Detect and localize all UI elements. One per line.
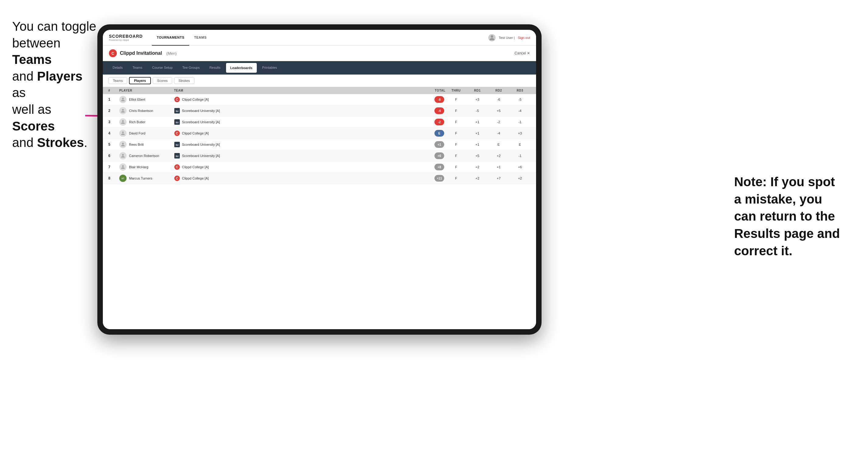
- toggle-teams-button[interactable]: Teams: [108, 77, 127, 84]
- nav-logo: SCOREBOARD Powered by clippd: [109, 34, 143, 41]
- tournament-name: Clippd Invitational: [120, 51, 162, 56]
- svg-point-1: [491, 35, 493, 38]
- nav-links: TOURNAMENTS TEAMS: [152, 30, 488, 45]
- nav-user: Test User | Sign out: [488, 34, 530, 41]
- toggle-strokes-button[interactable]: Strokes: [174, 77, 194, 84]
- rd1: +1: [467, 131, 488, 135]
- team-logo: C: [174, 130, 180, 136]
- total-score: +8: [434, 164, 444, 170]
- nav-link-teams[interactable]: TEAMS: [189, 30, 212, 45]
- row-pos: 1: [108, 97, 119, 102]
- tab-details[interactable]: Details: [108, 62, 128, 74]
- tab-teams[interactable]: Teams: [128, 62, 147, 74]
- col-header-rd2: RD2: [488, 89, 509, 92]
- rd3: +2: [509, 177, 531, 180]
- thru: F: [445, 143, 467, 146]
- svg-text:SU: SU: [176, 144, 179, 146]
- team-name: Scoreboard University [A]: [182, 109, 220, 113]
- tab-printables[interactable]: Printables: [257, 62, 282, 74]
- rd3: -1: [509, 120, 531, 124]
- player-name: Marcus Turners: [129, 177, 152, 180]
- thru: F: [445, 131, 467, 135]
- team-name: Scoreboard University [A]: [182, 154, 220, 158]
- player-cell: Rees Britt: [119, 141, 174, 148]
- tab-leaderboards[interactable]: Leaderboards: [226, 63, 257, 73]
- col-header-total: TOTAL: [418, 89, 445, 92]
- team-name: Scoreboard University [A]: [182, 143, 220, 146]
- team-cell: C Clippd College [A]: [174, 130, 418, 136]
- col-header-rd1: RD1: [467, 89, 488, 92]
- sign-out-link[interactable]: Sign out: [518, 36, 530, 39]
- player-name: Chris Robertson: [129, 109, 153, 113]
- tablet-screen: SCOREBOARD Powered by clippd TOURNAMENTS…: [103, 30, 536, 329]
- player-avatar: [119, 107, 127, 115]
- svg-point-5: [122, 109, 124, 111]
- total-score: E: [434, 130, 444, 136]
- player-avatar: [119, 118, 127, 126]
- player-name: David Ford: [129, 131, 146, 135]
- team-name: Clippd College [A]: [182, 131, 209, 135]
- team-name: Clippd College [A]: [182, 165, 209, 169]
- col-header-rd3: RD3: [509, 89, 531, 92]
- rd2: +5: [488, 109, 509, 113]
- table-row: 3 Rich Butler SU Scoreboard University […: [103, 117, 536, 128]
- svg-point-20: [122, 165, 124, 167]
- thru: F: [445, 109, 467, 113]
- total-score: +6: [434, 152, 444, 159]
- rd2: -2: [488, 120, 509, 124]
- svg-text:SU: SU: [176, 121, 179, 124]
- row-pos: 3: [108, 120, 119, 124]
- row-pos: 4: [108, 131, 119, 135]
- toggle-row: Teams Players Scores Strokes: [103, 74, 536, 87]
- thru: F: [445, 98, 467, 101]
- logo-sub: Powered by clippd: [109, 39, 143, 41]
- team-logo: SU: [174, 108, 180, 114]
- player-avatar: [119, 130, 127, 137]
- table-header: # PLAYER TEAM TOTAL THRU RD1 RD2 RD3: [103, 87, 536, 94]
- logo-title: SCOREBOARD: [109, 34, 143, 39]
- rd1: +1: [467, 120, 488, 124]
- rd1: +2: [467, 177, 488, 180]
- player-cell: MT Marcus Turners: [119, 175, 174, 182]
- rd2: -6: [488, 98, 509, 101]
- tab-tee-groups[interactable]: Tee Groups: [177, 62, 205, 74]
- team-cell: SU Scoreboard University [A]: [174, 119, 418, 125]
- svg-point-8: [122, 120, 124, 122]
- toggle-scores-button[interactable]: Scores: [153, 77, 172, 84]
- row-pos: 6: [108, 154, 119, 158]
- rd1: +2: [467, 165, 488, 169]
- tournament-logo: C: [109, 49, 117, 57]
- toggle-players-button[interactable]: Players: [129, 77, 151, 84]
- sub-tabs: Details Teams Course Setup Tee Groups Re…: [103, 61, 536, 74]
- tab-course-setup[interactable]: Course Setup: [147, 62, 177, 74]
- tournament-header: C Clippd Invitational (Men) Cancel ✕: [103, 45, 536, 61]
- table-row: 6 Cameron Robertson SU Scoreboard Univer…: [103, 150, 536, 161]
- team-cell: SU Scoreboard University [A]: [174, 142, 418, 148]
- avatar: [488, 34, 496, 41]
- rd3: -1: [509, 154, 531, 158]
- nav-link-tournaments[interactable]: TOURNAMENTS: [152, 30, 189, 45]
- team-cell: C Clippd College [A]: [174, 175, 418, 181]
- team-cell: C Clippd College [A]: [174, 96, 418, 102]
- player-cell: Blair McHarg: [119, 163, 174, 171]
- svg-text:SU: SU: [176, 155, 179, 157]
- user-name: Test User |: [499, 36, 515, 39]
- team-logo: SU: [174, 142, 180, 148]
- player-name: Cameron Robertson: [129, 154, 159, 158]
- row-pos: 8: [108, 176, 119, 180]
- rd2: -4: [488, 131, 509, 135]
- table-row: 7 Blair McHarg C Clippd College [A] +8: [103, 161, 536, 173]
- cancel-button[interactable]: Cancel ✕: [515, 51, 530, 55]
- tab-results[interactable]: Results: [205, 62, 225, 74]
- thru: F: [445, 177, 467, 180]
- rd3: +3: [509, 131, 531, 135]
- table-row: 5 Rees Britt SU Scoreboard University [A…: [103, 139, 536, 150]
- team-name: Clippd College [A]: [182, 98, 209, 101]
- player-name: Rich Butler: [129, 120, 146, 124]
- svg-text:SU: SU: [176, 110, 179, 112]
- table-row: 2 Chris Robertson SU Scoreboard Universi…: [103, 105, 536, 117]
- player-avatar: [119, 96, 127, 103]
- svg-point-17: [122, 154, 124, 156]
- player-cell: Chris Robertson: [119, 107, 174, 115]
- player-cell: Cameron Robertson: [119, 152, 174, 159]
